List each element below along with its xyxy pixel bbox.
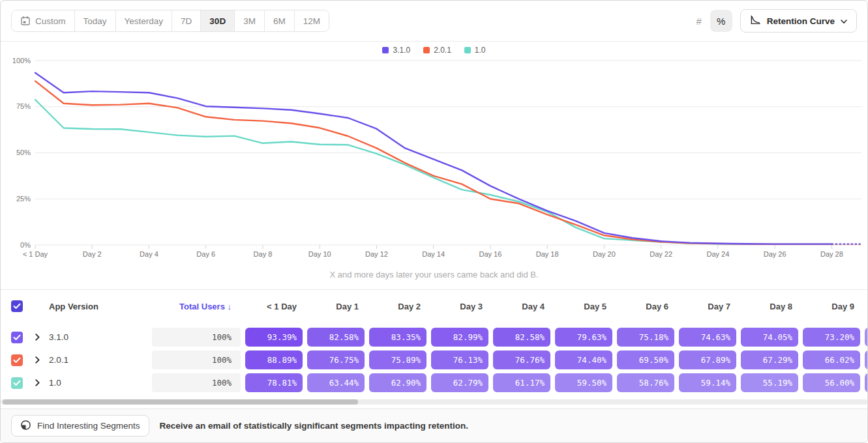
chevron-down-icon [841,16,847,26]
retention-value-cell[interactable]: 74.05% [741,328,798,347]
retention-value-cell[interactable]: 74.40% [555,350,612,369]
expand-chevron-icon[interactable] [32,334,42,341]
retention-value-cell[interactable]: 66.02% [803,350,860,369]
date-range-7d[interactable]: 7D [172,10,201,31]
svg-text:25%: 25% [16,195,31,203]
row-checkbox[interactable] [11,332,23,343]
retention-value-cell[interactable]: 55.19% [741,373,798,392]
retention-value-cell[interactable]: 59.14% [679,373,736,392]
day-column-header[interactable]: Day 2 [369,302,427,311]
select-all-checkbox[interactable] [11,300,23,312]
expand-chevron-icon[interactable] [32,356,42,364]
retention-value-cell[interactable]: 76.13% [431,350,488,369]
retention-value-cell[interactable]: 75.18% [617,328,674,347]
retention-value-cell[interactable]: 75.89% [369,350,427,369]
retention-value-cell[interactable]: 69.50% [617,350,674,369]
retention-value-cell-clipped[interactable] [865,373,867,392]
footer-bar: Find Interesting Segments Receive an ema… [1,408,867,442]
table-header-row: App Version Total Users ↓ < 1 DayDay 1Da… [1,290,867,321]
table-row-1.0: 1.0100%78.81%63.44%62.90%62.79%61.17%59.… [1,373,867,392]
date-range-12m[interactable]: 12M [295,10,329,31]
day-column-header[interactable]: Day 3 [431,302,488,311]
table-rows: 3.1.0100%93.39%82.58%83.35%82.99%82.58%7… [1,321,867,392]
retention-value-cell[interactable]: 76.75% [307,350,365,369]
retention-cells: 78.81%63.44%62.90%62.79%61.17%59.50%58.7… [245,373,867,392]
expand-chevron-icon[interactable] [32,379,42,386]
date-range-yesterday[interactable]: Yesterday [116,10,173,31]
retention-value-cell[interactable]: 58.76% [617,373,674,392]
day-column-header[interactable]: Day 1 [307,302,365,311]
retention-value-cell[interactable]: 62.90% [369,373,427,392]
retention-line-chart: 0%25%50%75%100%< 1 DayDay 2Day 4Day 6Day… [1,42,868,261]
app-version-label: 2.0.1 [49,355,152,365]
svg-text:Day 16: Day 16 [479,250,502,258]
retention-value-cell[interactable]: 88.89% [245,350,303,369]
retention-value-cell[interactable]: 78.81% [245,373,303,392]
retention-curve-icon [750,14,761,27]
retention-table: App Version Total Users ↓ < 1 DayDay 1Da… [1,289,867,408]
date-range-today[interactable]: Today [75,10,116,31]
footer-note: Receive an email of statistically signif… [160,421,468,431]
date-range-group: CustomTodayYesterday7D30D3M6M12M [11,10,329,32]
value-format-toggle: #% [688,10,732,32]
absolute-format-button[interactable]: # [688,10,710,32]
day-column-header[interactable]: Day 6 [617,302,674,311]
svg-text:Day 28: Day 28 [820,250,843,258]
svg-text:Day 2: Day 2 [83,250,102,258]
percent-format-button[interactable]: % [710,10,732,32]
retention-value-cell[interactable]: 63.44% [307,373,365,392]
day-header-cells: < 1 DayDay 1Day 2Day 3Day 4Day 5Day 6Day… [245,302,860,311]
svg-text:Day 24: Day 24 [706,250,729,258]
retention-value-cell[interactable]: 79.63% [555,328,612,347]
find-interesting-segments-button[interactable]: Find Interesting Segments [11,415,149,436]
date-range-6m[interactable]: 6M [265,10,295,31]
retention-cells: 88.89%76.75%75.89%76.13%76.76%74.40%69.5… [245,350,867,369]
retention-value-cell-clipped[interactable] [865,328,867,347]
row-checkbox[interactable] [11,377,23,389]
svg-text:Day 22: Day 22 [650,250,672,258]
total-users-cell: 100% [152,350,241,369]
retention-value-cell[interactable]: 82.58% [493,328,550,347]
retention-value-cell[interactable]: 59.50% [555,373,612,392]
total-users-cell: 100% [152,373,241,392]
segments-button-label: Find Interesting Segments [37,421,140,431]
retention-value-cell[interactable]: 82.99% [431,328,488,347]
retention-value-cell[interactable]: 56.00% [803,373,860,392]
day-column-header[interactable]: Day 7 [679,302,736,311]
total-users-cell: 100% [152,328,241,347]
date-range-custom[interactable]: Custom [12,10,75,31]
date-range-3m[interactable]: 3M [235,10,265,31]
day-column-header[interactable]: < 1 Day [245,302,303,311]
app-version-label: 3.1.0 [49,332,152,342]
total-users-sort-header[interactable]: Total Users ↓ [152,302,241,311]
horizontal-scrollbar-thumb[interactable] [3,399,358,405]
row-checkbox[interactable] [11,354,23,366]
date-range-30d[interactable]: 30D [201,10,235,31]
retention-value-cell[interactable]: 83.35% [369,328,427,347]
retention-value-cell[interactable]: 62.79% [431,373,488,392]
retention-value-cell[interactable]: 93.39% [245,328,303,347]
retention-value-cell[interactable]: 76.76% [493,350,550,369]
app-version-label: 1.0 [49,378,152,388]
svg-text:< 1 Day: < 1 Day [23,250,48,258]
retention-value-cell-clipped[interactable] [865,350,867,369]
retention-value-cell[interactable]: 73.20% [803,328,860,347]
svg-text:Day 18: Day 18 [536,250,559,258]
svg-text:75%: 75% [16,102,31,110]
retention-cells: 93.39%82.58%83.35%82.99%82.58%79.63%75.1… [245,328,867,347]
retention-value-cell[interactable]: 74.63% [679,328,736,347]
day-column-header[interactable]: Day 9 [803,302,860,311]
toolbar: CustomTodayYesterday7D30D3M6M12M #% Rete… [1,1,867,42]
calendar-icon [20,16,31,26]
svg-text:Day 14: Day 14 [422,250,445,258]
retention-value-cell[interactable]: 67.29% [741,350,798,369]
day-column-header[interactable]: Day 4 [493,302,550,311]
horizontal-scrollbar-track[interactable] [1,399,867,405]
retention-value-cell[interactable]: 61.17% [493,373,550,392]
day-column-header[interactable]: Day 8 [741,302,798,311]
retention-value-cell[interactable]: 82.58% [307,328,365,347]
retention-value-cell[interactable]: 67.89% [679,350,736,369]
day-column-header[interactable]: Day 5 [555,302,612,311]
svg-text:Day 12: Day 12 [365,250,388,258]
chart-type-dropdown[interactable]: Retention Curve [740,9,857,33]
